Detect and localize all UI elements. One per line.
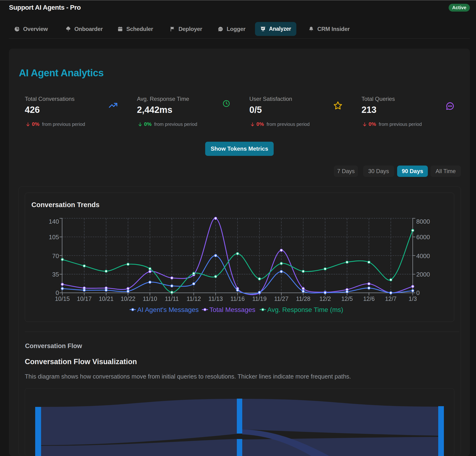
svg-text:1/3: 1/3 bbox=[409, 295, 417, 302]
svg-text:8000: 8000 bbox=[416, 218, 430, 225]
svg-text:Total Messages: Total Messages bbox=[209, 306, 255, 313]
svg-text:10/21: 10/21 bbox=[99, 295, 114, 302]
svg-text:11/10: 11/10 bbox=[143, 295, 157, 302]
svg-text:10/17: 10/17 bbox=[77, 295, 92, 302]
svg-text:12/5: 12/5 bbox=[341, 295, 353, 302]
svg-text:AI Agent's Messages: AI Agent's Messages bbox=[137, 306, 199, 313]
svg-text:10/22: 10/22 bbox=[121, 295, 136, 302]
svg-text:12/6: 12/6 bbox=[363, 295, 375, 302]
svg-text:35: 35 bbox=[52, 271, 59, 278]
svg-text:12/2: 12/2 bbox=[319, 295, 331, 302]
svg-text:11/11: 11/11 bbox=[165, 295, 179, 302]
svg-text:11/13: 11/13 bbox=[208, 295, 223, 302]
svg-text:10/15: 10/15 bbox=[55, 295, 70, 302]
svg-text:11/28: 11/28 bbox=[296, 295, 310, 302]
svg-text:6000: 6000 bbox=[416, 233, 430, 241]
svg-text:11/27: 11/27 bbox=[274, 295, 289, 302]
svg-text:Avg. Response Time (ms): Avg. Response Time (ms) bbox=[267, 306, 343, 313]
svg-text:140: 140 bbox=[49, 218, 59, 225]
svg-text:11/12: 11/12 bbox=[187, 295, 201, 302]
svg-text:70: 70 bbox=[52, 252, 59, 259]
svg-text:105: 105 bbox=[49, 233, 59, 241]
svg-text:11/16: 11/16 bbox=[230, 295, 245, 302]
svg-text:4000: 4000 bbox=[416, 252, 430, 259]
svg-text:11/19: 11/19 bbox=[252, 295, 267, 302]
svg-text:2000: 2000 bbox=[416, 271, 430, 278]
svg-text:12/7: 12/7 bbox=[385, 295, 397, 302]
